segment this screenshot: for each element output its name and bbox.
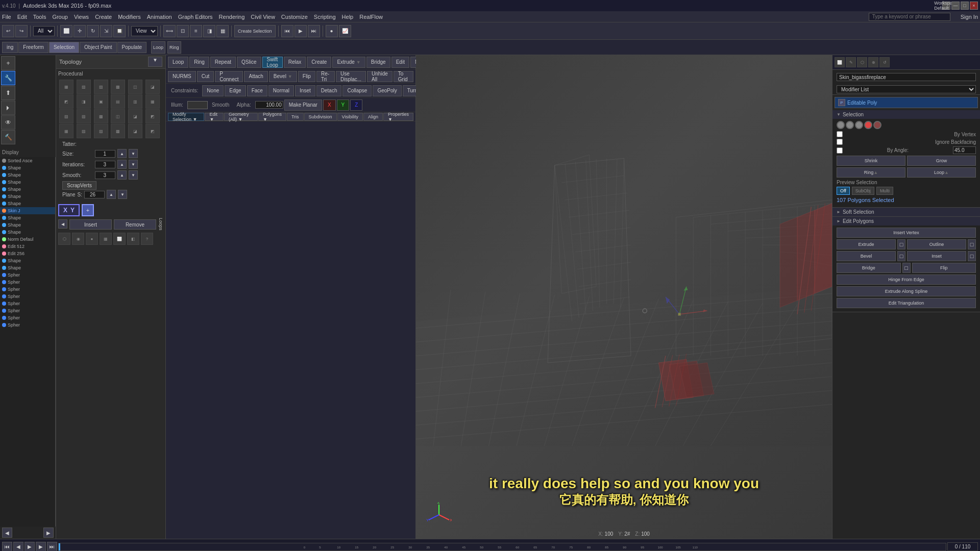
- inset-btn[interactable]: Inset: [295, 85, 315, 96]
- hinge-from-edge-btn[interactable]: Hinge From Edge: [837, 274, 976, 285]
- hierarchy-panel-btn[interactable]: ⬆: [1, 86, 15, 100]
- selection-rollout-header[interactable]: Selection: [832, 110, 980, 119]
- repeat-btn[interactable]: Repeat: [210, 57, 236, 68]
- curve-editor-btn[interactable]: 📈: [339, 25, 351, 37]
- timeline-play[interactable]: ▶: [24, 542, 35, 552]
- alpha-input[interactable]: [255, 101, 283, 109]
- bevel-btn[interactable]: Bevel ▼: [269, 71, 297, 82]
- to-grid-btn[interactable]: To Grid: [394, 71, 413, 82]
- insert-btn[interactable]: Insert: [69, 219, 112, 230]
- mirror-tool[interactable]: ⟺: [163, 25, 176, 37]
- xy-gizmo[interactable]: X Y: [58, 204, 80, 216]
- smooth-up-btn[interactable]: ▲: [117, 170, 127, 180]
- grow-btn[interactable]: Grow: [907, 156, 976, 166]
- obj-spher-6[interactable]: Spher: [0, 307, 55, 314]
- subtab-selection[interactable]: Selection: [49, 42, 79, 53]
- sign-in-btn[interactable]: Sign In: [961, 14, 978, 20]
- re-tri-btn[interactable]: Re-Tri: [316, 71, 335, 82]
- smooth-input[interactable]: [95, 171, 115, 179]
- menu-rendering[interactable]: Rendering: [219, 14, 245, 20]
- topo-icon-8[interactable]: ◨: [77, 94, 91, 109]
- next-frame-btn[interactable]: ⏭: [308, 25, 320, 37]
- extrude-settings-btn[interactable]: □: [897, 239, 905, 249]
- bevel-settings-btn[interactable]: □: [897, 251, 905, 261]
- edit-btn[interactable]: Edit: [391, 57, 409, 68]
- extrude-btn[interactable]: Extrude ▼: [332, 57, 365, 68]
- topo-icon-23[interactable]: ◪: [128, 124, 142, 138]
- obj-shape-11[interactable]: Shape: [0, 264, 55, 271]
- prev-frame-btn[interactable]: ⏮: [281, 25, 293, 37]
- shrink-btn[interactable]: Shrink: [837, 156, 905, 166]
- preview-subobj-btn[interactable]: SubObj: [852, 187, 874, 195]
- motion-panel-btn[interactable]: ⏵: [1, 101, 15, 115]
- menu-civil-view[interactable]: Civil View: [251, 14, 275, 20]
- remove-btn[interactable]: Remove: [114, 219, 156, 230]
- modify-selection-header[interactable]: Modify Selection ▼: [168, 113, 204, 121]
- align-tool[interactable]: ⊡: [177, 25, 189, 37]
- timeline-next-frame[interactable]: ▶: [36, 542, 46, 552]
- obj-shape-8[interactable]: Shape: [0, 221, 55, 229]
- topo-icon-24[interactable]: ◩: [145, 124, 160, 138]
- topo-icon-17[interactable]: ◪: [128, 109, 142, 123]
- menu-help[interactable]: Help: [342, 14, 354, 20]
- scrap-verts-btn[interactable]: ScrapVerts: [62, 181, 96, 190]
- by-angle-check[interactable]: [837, 147, 843, 154]
- menu-views[interactable]: Views: [74, 14, 89, 20]
- loop-btn[interactable]: Loop: [168, 57, 188, 68]
- menu-scripting[interactable]: Scripting: [314, 14, 336, 20]
- subtab-ing[interactable]: ing: [2, 42, 18, 53]
- extrude-along-spline-btn[interactable]: Extrude Along Spline: [837, 286, 976, 296]
- scroll-down-btn[interactable]: ▶: [43, 528, 54, 538]
- obj-spher-3[interactable]: Spher: [0, 286, 55, 293]
- properties-header[interactable]: Properties ▼: [383, 113, 413, 121]
- editable-poly-item[interactable]: P Editable Poly: [835, 97, 977, 108]
- ring-btn[interactable]: Ring: [189, 57, 209, 68]
- x-btn[interactable]: X: [323, 99, 336, 111]
- topo-icon-12[interactable]: ▦: [145, 94, 160, 109]
- timeline-slider[interactable]: 0 5 10 15 20 25 30 35 40 45 50 55 60 65 …: [58, 543, 946, 551]
- rp-icon-1[interactable]: ⬜: [835, 57, 845, 67]
- preview-off-btn[interactable]: Off: [837, 187, 850, 195]
- geopoly-btn[interactable]: GeoPoly: [373, 85, 401, 96]
- topo-icon-1[interactable]: ▦: [59, 80, 74, 94]
- topo-icon-18[interactable]: ◩: [145, 109, 160, 123]
- obj-edit-256[interactable]: Edit 256: [0, 250, 55, 257]
- edit-triangulation-btn[interactable]: Edit Triangulation: [837, 298, 976, 308]
- topo-icon-2[interactable]: ▧: [77, 80, 91, 94]
- move-tool[interactable]: ✛: [74, 25, 86, 37]
- qslice-btn[interactable]: QSlice: [237, 57, 261, 68]
- timeline-prev-frame[interactable]: ◀: [13, 542, 23, 552]
- topo-icon-11[interactable]: ▥: [128, 94, 142, 109]
- inset-rp-btn[interactable]: Inset: [907, 251, 966, 261]
- outline-settings-btn[interactable]: □: [968, 239, 976, 249]
- obj-shape-7[interactable]: Shape: [0, 214, 55, 221]
- menu-customize[interactable]: Customize: [281, 14, 308, 20]
- material-editor[interactable]: ◨: [203, 25, 215, 37]
- layer-mgr[interactable]: ≡: [190, 25, 202, 37]
- menu-create[interactable]: Create: [95, 14, 112, 20]
- nurms-btn[interactable]: NURMS: [168, 71, 196, 82]
- bevel-rp-btn[interactable]: Bevel: [837, 251, 896, 261]
- soft-selection-header[interactable]: Soft Selection: [832, 208, 980, 216]
- geometry-all-header[interactable]: Geometry (All) ▼: [224, 113, 258, 121]
- subtab-object-paint[interactable]: Object Paint: [80, 42, 116, 53]
- tool-icon-c[interactable]: ●: [86, 233, 98, 245]
- obj-spher-8[interactable]: Spher: [0, 321, 55, 329]
- visibility-header[interactable]: Visibility: [337, 113, 363, 121]
- ring-sel-btn[interactable]: Ring ▲: [837, 167, 905, 178]
- tool-icon-e[interactable]: ⬜: [113, 233, 126, 245]
- bridge-btn[interactable]: Bridge: [366, 57, 390, 68]
- loop-sel-btn[interactable]: Loop ▲: [907, 167, 976, 178]
- create-btn[interactable]: Create: [307, 57, 331, 68]
- close-btn[interactable]: ×: [970, 2, 978, 10]
- plane-input[interactable]: [84, 191, 105, 198]
- obj-shape-5[interactable]: Shape: [0, 193, 55, 200]
- topo-icon-15[interactable]: ▩: [94, 109, 108, 123]
- obj-skin-j[interactable]: Skin J: [0, 207, 55, 214]
- menu-group[interactable]: Group: [52, 14, 68, 20]
- illum-swatch[interactable]: [187, 101, 208, 109]
- obj-shape-9[interactable]: Shape: [0, 229, 55, 236]
- obj-spher-1[interactable]: Spher: [0, 271, 55, 279]
- menu-modifiers[interactable]: Modifiers: [118, 14, 141, 20]
- plane-up-btn[interactable]: ▲: [107, 190, 116, 199]
